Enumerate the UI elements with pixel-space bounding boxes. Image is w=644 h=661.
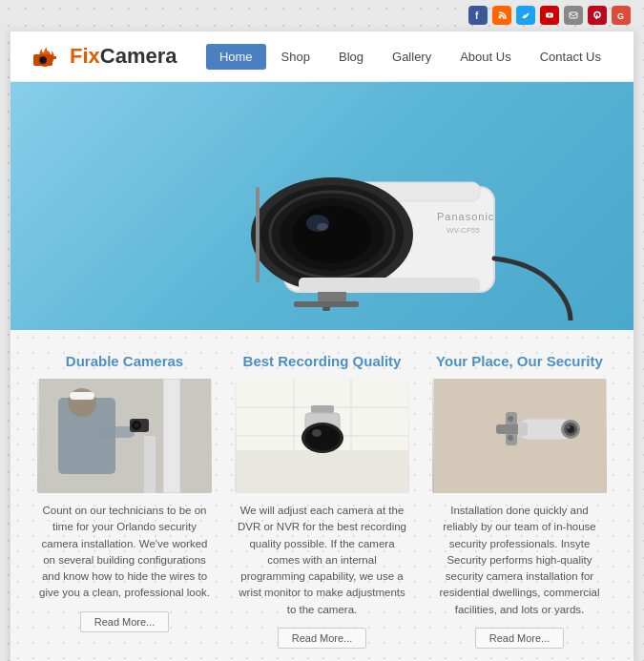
feature-recording-quality: Best Recording Quality	[223, 353, 421, 649]
feature-2-image	[235, 379, 409, 493]
feature-your-place: Your Place, Our Security	[421, 353, 618, 649]
svg-text:f: f	[475, 10, 479, 20]
main-nav: Home Shop Blog Gallery About Us Contact …	[206, 44, 614, 70]
svg-rect-34	[96, 426, 135, 438]
svg-point-9	[41, 58, 46, 63]
nav-contact[interactable]: Contact Us	[527, 44, 614, 70]
svg-rect-30	[144, 436, 156, 493]
hero-camera-display: Panasonic WV-CF55	[10, 82, 634, 330]
svg-point-1	[499, 16, 502, 19]
svg-rect-44	[237, 450, 408, 493]
youtube-icon[interactable]	[540, 6, 559, 25]
feature-durable-cameras: Durable Cameras	[26, 353, 223, 649]
feature-3-title: Your Place, Our Security	[432, 353, 607, 369]
svg-rect-4	[570, 12, 577, 18]
feature-1-read-more[interactable]: Read More...	[80, 611, 170, 632]
feature-3-text: Installation done quickly and reliably b…	[432, 503, 607, 618]
svg-rect-10	[49, 56, 56, 59]
feature-1-text: Count on our technicians to be on time f…	[37, 503, 212, 602]
main-container: FixCamera Home Shop Blog Gallery About U…	[10, 31, 634, 661]
svg-point-19	[292, 206, 372, 263]
svg-rect-12	[294, 301, 359, 307]
svg-rect-29	[163, 379, 180, 493]
nav-shop[interactable]: Shop	[268, 44, 323, 70]
logo: FixCamera	[30, 43, 177, 70]
logo-image	[30, 43, 64, 70]
svg-rect-50	[434, 379, 606, 493]
google-icon[interactable]: G	[612, 6, 631, 25]
nav-blog[interactable]: Blog	[325, 44, 377, 70]
svg-point-21	[317, 223, 328, 231]
mail-icon[interactable]	[564, 6, 583, 25]
nav-gallery[interactable]: Gallery	[379, 44, 445, 70]
svg-point-61	[508, 435, 513, 441]
svg-rect-33	[70, 392, 94, 400]
feature-3-read-more[interactable]: Read More...	[475, 628, 565, 649]
feature-2-title: Best Recording Quality	[235, 353, 409, 369]
svg-text:WV-CF55: WV-CF55	[447, 226, 480, 235]
feature-2-text: We will adjust each camera at the DVR or…	[235, 503, 409, 618]
svg-rect-27	[299, 278, 480, 292]
svg-point-58	[567, 426, 570, 429]
svg-point-37	[134, 423, 138, 428]
features-section: Durable Cameras	[10, 330, 634, 661]
twitter-icon[interactable]	[516, 6, 535, 25]
feature-2-read-more[interactable]: Read More...	[278, 628, 367, 649]
facebook-icon[interactable]: f	[468, 6, 488, 25]
social-bar: f G	[0, 0, 644, 31]
hero-banner: Panasonic WV-CF55	[10, 82, 634, 330]
hero-camera-svg: Panasonic WV-CF55	[36, 92, 609, 320]
feature-3-image	[432, 379, 607, 493]
nav-home[interactable]: Home	[206, 44, 266, 70]
feature-1-image	[37, 379, 212, 493]
logo-text: FixCamera	[70, 44, 177, 69]
rss-icon[interactable]	[492, 6, 511, 25]
svg-point-48	[305, 425, 340, 450]
pinterest-icon[interactable]	[588, 6, 607, 25]
svg-rect-45	[311, 405, 334, 413]
nav-about[interactable]: About Us	[447, 44, 524, 70]
svg-text:G: G	[617, 11, 624, 20]
svg-rect-22	[256, 187, 260, 282]
svg-rect-59	[518, 423, 528, 436]
header: FixCamera Home Shop Blog Gallery About U…	[10, 31, 634, 82]
svg-point-49	[312, 429, 322, 437]
feature-1-title: Durable Cameras	[37, 353, 212, 369]
svg-point-60	[508, 416, 513, 422]
svg-text:Panasonic: Panasonic	[437, 211, 494, 222]
